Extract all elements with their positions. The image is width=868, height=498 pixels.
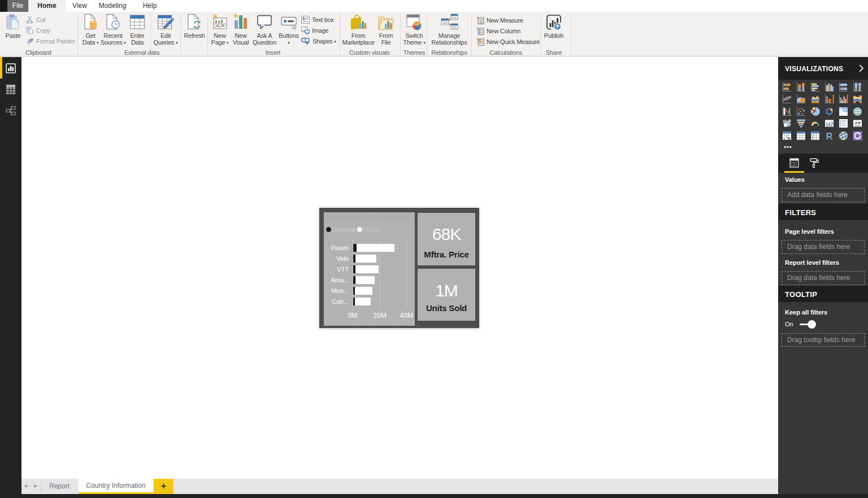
- svg-text:123: 123: [826, 121, 834, 126]
- svg-text:R: R: [826, 132, 833, 141]
